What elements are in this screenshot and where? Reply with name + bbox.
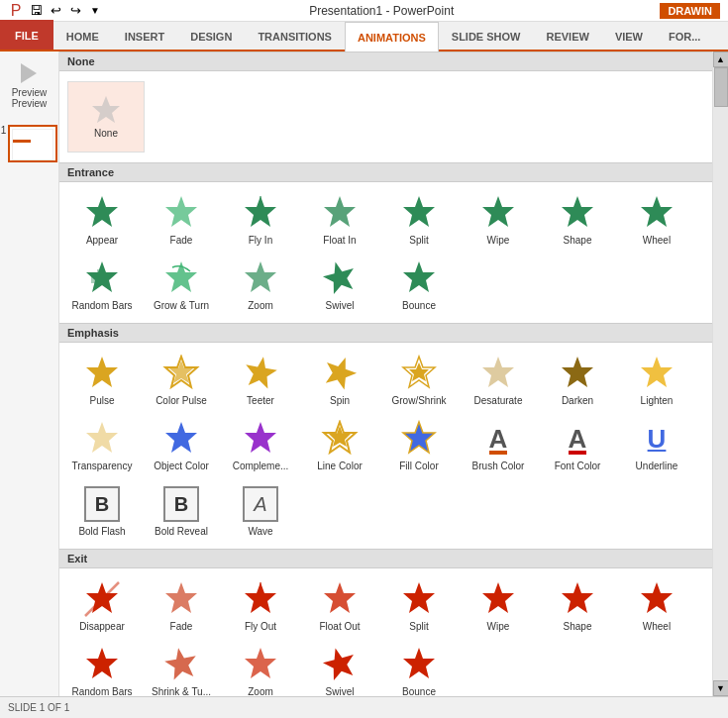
anim-growturn-label: Grow & Turn bbox=[154, 300, 209, 312]
anim-zoom[interactable]: Zoom bbox=[222, 254, 299, 317]
undo-icon[interactable]: ↩ bbox=[48, 3, 63, 19]
anim-none[interactable]: None bbox=[67, 81, 145, 153]
anim-fontcolor-label: Font Color bbox=[555, 461, 601, 472]
anim-split-exit[interactable]: Split bbox=[380, 574, 458, 638]
anim-lighten[interactable]: Lighten bbox=[618, 349, 695, 412]
svg-marker-25 bbox=[482, 357, 514, 387]
anim-desaturate-label: Desaturate bbox=[474, 395, 523, 407]
anim-fade-exit-label: Fade bbox=[170, 621, 193, 633]
powerpoint-logo-icon: P bbox=[8, 3, 24, 19]
anim-randombars-exit-label: Random Bars bbox=[71, 686, 132, 696]
anim-flyin[interactable]: Fly In bbox=[222, 188, 299, 252]
anim-underline[interactable]: U Underline bbox=[618, 414, 695, 477]
anim-wheel[interactable]: Wheel bbox=[618, 188, 695, 252]
scroll-up-button[interactable]: ▲ bbox=[713, 51, 729, 67]
anim-wheel-exit[interactable]: Wheel bbox=[618, 574, 695, 638]
section-none-header: None bbox=[59, 51, 712, 71]
anim-wipe-exit[interactable]: Wipe bbox=[460, 574, 537, 638]
anim-wheel-exit-label: Wheel bbox=[643, 621, 671, 633]
anim-boldflash[interactable]: B Bold Flash bbox=[63, 479, 141, 543]
scroll-track[interactable] bbox=[713, 67, 728, 680]
tab-review[interactable]: REVIEW bbox=[533, 22, 601, 50]
anim-floatout-label: Float Out bbox=[319, 621, 360, 633]
svg-marker-2 bbox=[86, 196, 118, 227]
svg-marker-30 bbox=[245, 422, 276, 453]
anim-shape[interactable]: Shape bbox=[539, 188, 616, 252]
anim-flyout[interactable]: Fly Out bbox=[222, 574, 299, 638]
tab-transitions[interactable]: TRANSITIONS bbox=[245, 22, 345, 50]
window-title: Presentation1 - PowerPoint bbox=[309, 4, 454, 18]
redo-icon[interactable]: ↪ bbox=[67, 3, 83, 19]
anim-fade-exit[interactable]: Fade bbox=[143, 574, 220, 638]
svg-marker-28 bbox=[86, 422, 118, 453]
anim-pulse[interactable]: Pulse bbox=[63, 349, 141, 412]
anim-swivel[interactable]: Swivel bbox=[301, 254, 378, 317]
slide-thumbnail[interactable] bbox=[8, 125, 57, 162]
scroll-down-button[interactable]: ▼ bbox=[713, 680, 729, 696]
anim-darken[interactable]: Darken bbox=[539, 349, 616, 412]
anim-wave-label: Wave bbox=[248, 526, 272, 538]
anim-wheel-label: Wheel bbox=[643, 235, 671, 247]
anim-growshrink[interactable]: Grow/Shrink bbox=[380, 349, 458, 412]
tab-slideshow[interactable]: SLIDE SHOW bbox=[439, 22, 534, 50]
scrollbar[interactable]: ▲ ▼ bbox=[712, 51, 728, 696]
anim-fillcolor-label: Fill Color bbox=[399, 461, 438, 472]
svg-marker-41 bbox=[403, 582, 435, 613]
anim-linecolor[interactable]: Line Color bbox=[301, 414, 378, 477]
svg-marker-8 bbox=[482, 196, 514, 227]
anim-wipe[interactable]: Wipe bbox=[460, 188, 537, 252]
svg-marker-46 bbox=[162, 646, 199, 681]
anim-pulse-label: Pulse bbox=[89, 395, 114, 407]
anim-objectcolor[interactable]: Object Color bbox=[143, 414, 220, 477]
anim-shrinkturn[interactable]: Shrink & Tu... bbox=[143, 640, 220, 696]
anim-bounce[interactable]: Bounce bbox=[380, 254, 458, 317]
anim-zoom-exit-label: Zoom bbox=[248, 686, 273, 696]
save-icon[interactable]: 🖫 bbox=[28, 3, 44, 19]
anim-randombars-exit[interactable]: Random Bars bbox=[63, 640, 141, 696]
anim-desaturate[interactable]: Desaturate bbox=[460, 349, 537, 412]
anim-fontcolor[interactable]: A Font Color bbox=[539, 414, 616, 477]
anim-swivel-exit[interactable]: Swivel bbox=[301, 640, 378, 696]
anim-spin[interactable]: Spin bbox=[301, 349, 378, 412]
anim-shape-label: Shape bbox=[564, 235, 592, 247]
scroll-thumb[interactable] bbox=[714, 67, 728, 107]
anim-disappear[interactable]: Disappear bbox=[63, 574, 141, 638]
tab-animations[interactable]: ANIMATIONS bbox=[345, 22, 439, 51]
anim-wave[interactable]: A Wave bbox=[222, 479, 299, 543]
preview-button[interactable]: Preview Preview bbox=[12, 59, 48, 109]
tab-design[interactable]: DESIGN bbox=[177, 22, 245, 50]
tab-format[interactable]: FOR... bbox=[656, 22, 713, 50]
tab-view[interactable]: VIEW bbox=[602, 22, 656, 50]
emphasis-grid: Pulse Color Pulse bbox=[59, 343, 712, 549]
anim-zoom-exit[interactable]: Zoom bbox=[222, 640, 299, 696]
svg-marker-42 bbox=[482, 582, 514, 613]
anim-floatin[interactable]: Float In bbox=[301, 188, 378, 252]
anim-shape-exit[interactable]: Shape bbox=[539, 574, 616, 638]
anim-colorpulse[interactable]: Color Pulse bbox=[143, 349, 220, 412]
tab-file[interactable]: FILE bbox=[0, 20, 53, 50]
anim-fillcolor[interactable]: Fill Color bbox=[380, 414, 458, 477]
anim-split[interactable]: Split bbox=[380, 188, 458, 252]
tab-home[interactable]: HOME bbox=[53, 22, 112, 50]
animation-panel: None None Entrance Appear bbox=[59, 51, 712, 696]
anim-fade[interactable]: Fade bbox=[143, 188, 220, 252]
preview-play-icon bbox=[15, 59, 43, 87]
anim-teeter[interactable]: Teeter bbox=[222, 349, 299, 412]
tab-insert[interactable]: INSERT bbox=[112, 22, 177, 50]
anim-zoom-label: Zoom bbox=[248, 300, 273, 312]
anim-bounce-exit[interactable]: Bounce bbox=[380, 640, 458, 696]
anim-floatout[interactable]: Float Out bbox=[301, 574, 378, 638]
svg-marker-22 bbox=[321, 355, 359, 392]
customize-icon[interactable]: ▼ bbox=[87, 3, 103, 19]
anim-randombars[interactable]: Random Bars bbox=[63, 254, 141, 317]
anim-growturn[interactable]: Grow & Turn bbox=[143, 254, 220, 317]
svg-marker-7 bbox=[403, 196, 435, 227]
anim-complement[interactable]: Compleme... bbox=[222, 414, 299, 477]
anim-brushcolor[interactable]: A Brush Color bbox=[460, 414, 537, 477]
anim-flyout-label: Fly Out bbox=[245, 621, 276, 633]
anim-boldreveal[interactable]: B Bold Reveal bbox=[143, 479, 220, 543]
anim-appear[interactable]: Appear bbox=[63, 188, 141, 252]
anim-bounce-label: Bounce bbox=[402, 300, 436, 312]
anim-fade-label: Fade bbox=[170, 235, 193, 247]
anim-transparency[interactable]: Transparency bbox=[63, 414, 141, 477]
